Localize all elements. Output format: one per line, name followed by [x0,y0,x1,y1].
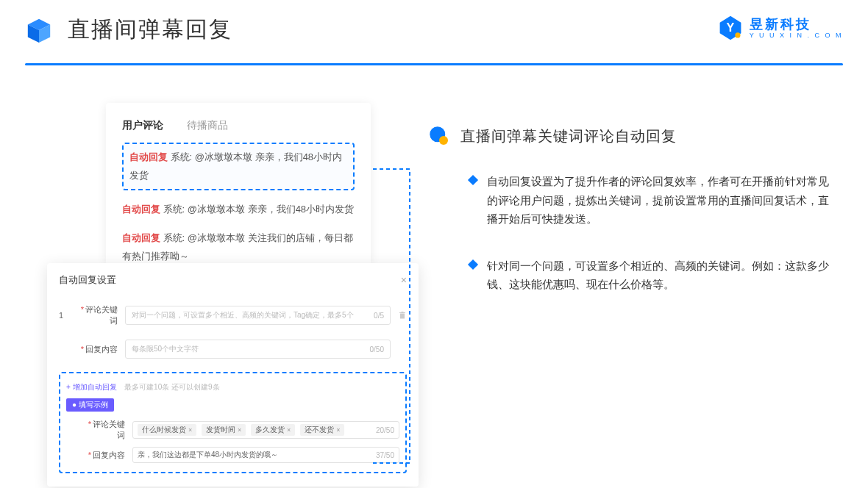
auto-reply-tag: 自动回复 [122,232,160,243]
add-auto-reply-link[interactable]: + 增加自动回复 [66,383,117,391]
example-block: + 增加自动回复 最多可建10条 还可以创建9条 ● 填写示例 *评论关键词 什… [59,372,407,473]
brand-logo: Y 昱新科技 Y U U X I N . C O M [717,15,843,41]
comment-text: 系统: @冰墩墩本墩 亲亲，我们48小时内发货 [160,204,354,215]
logo-text-en: Y U U X I N . C O M [750,32,843,39]
connector-line [373,154,417,478]
example-reply-box: 亲，我们这边都是下单48小时内发货的哦～ 37/50 [132,447,399,463]
reply-label: *回复内容 [77,344,118,355]
auto-reply-comment: 自动回复 系统: @冰墩墩本墩 亲亲，我们48小时内发货 [122,201,355,219]
auto-reply-tag: 自动回复 [122,204,160,215]
tab-pending-goods[interactable]: 待播商品 [187,119,228,132]
keyword-tag[interactable]: 发货时间 [202,424,246,436]
row-index: 1 [59,311,69,320]
keyword-tag[interactable]: 还不发货 [300,424,344,436]
logo-mark-icon: Y [717,15,744,41]
svg-point-6 [439,136,448,145]
chat-bubble-icon [428,125,450,147]
example-keyword-label: *评论关键词 [84,419,125,441]
example-reply-label: *回复内容 [84,450,125,461]
cube-icon [25,16,53,44]
auto-reply-comment-highlighted: 自动回复 系统: @冰墩墩本墩 亲亲，我们48小时内发货 [122,143,355,190]
bullet-diamond-icon [468,175,478,185]
page-title: 直播间弹幕回复 [68,15,232,45]
logo-text-cn: 昱新科技 [750,18,843,31]
keyword-placeholder: 对同一个问题，可设置多个相近、高频的关键词，Tag确定，最多5个 [132,310,354,320]
keyword-label: *评论关键词 [77,304,118,326]
example-pill: ● 填写示例 [66,398,114,412]
add-limit-note: 最多可建10条 还可以创建9条 [124,383,219,391]
section-title: 直播间弹幕关键词评论自动回复 [460,126,677,146]
tab-user-comments[interactable]: 用户评论 [122,119,163,132]
svg-text:Y: Y [726,21,734,34]
keyword-input[interactable]: 对同一个问题，可设置多个相近、高频的关键词，Tag确定，最多5个 0/5 [125,306,391,325]
user-comments-panel: 用户评论 待播商品 自动回复 系统: @冰墩墩本墩 亲亲，我们48小时内发货 自… [106,103,371,265]
keyword-tag[interactable]: 什么时候发货 [138,424,196,436]
bullet-text-1: 自动回复设置为了提升作者的评论回复效率，作者可在开播前针对常见的评论用户问题，提… [487,172,833,229]
bullet-text-2: 针对同一个问题，可设置多个相近的、高频的关键词。例如：这款多少钱、这块能优惠吗、… [487,256,833,294]
header-divider [25,63,843,65]
auto-reply-settings-dialog: 自动回复设置 × 1 *评论关键词 对同一个问题，可设置多个相近、高频的关键词，… [47,263,419,487]
keyword-tag[interactable]: 多久发货 [251,424,295,436]
reply-placeholder: 每条限50个中文字符 [132,344,199,354]
svg-point-4 [735,32,740,37]
bullet-diamond-icon [468,259,478,269]
reply-input[interactable]: 每条限50个中文字符 0/50 [125,340,391,359]
auto-reply-comment: 自动回复 系统: @冰墩墩本墩 关注我们的店铺，每日都有热门推荐呦～ [122,229,355,265]
auto-reply-tag: 自动回复 [129,151,168,162]
example-reply-value: 亲，我们这边都是下单48小时内发货的哦～ [138,450,278,460]
dialog-title: 自动回复设置 [59,273,116,287]
example-keyword-box: 什么时候发货 发货时间 多久发货 还不发货 20/50 [132,421,399,439]
